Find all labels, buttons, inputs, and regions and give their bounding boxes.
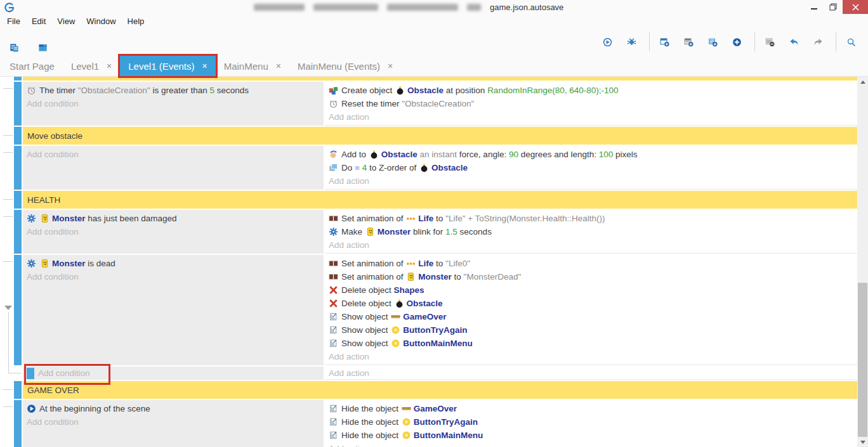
actions-column[interactable]: Add to Obstacle an instant force, angle:…: [326, 146, 857, 190]
tab-close-icon[interactable]: ×: [202, 61, 207, 71]
actions-column[interactable]: Hide the object GameOverHide the object …: [326, 400, 857, 447]
tree-line: [3, 135, 13, 136]
scrollbar-thumb[interactable]: [858, 283, 867, 437]
add-condition-placeholder[interactable]: Add condition: [27, 148, 324, 161]
conditions-column[interactable]: At the beginning of the sceneAdd conditi…: [23, 400, 324, 447]
actions-column[interactable]: Set animation of Life to "Life0"Set anim…: [326, 255, 857, 365]
action-line[interactable]: Show object ButtonTryAgain: [329, 323, 857, 337]
add-action-placeholder[interactable]: Add action: [329, 442, 857, 447]
actions-column[interactable]: Add action: [326, 366, 857, 380]
conditions-column[interactable]: Add condition: [23, 146, 324, 190]
add-action-placeholder[interactable]: Add action: [329, 238, 857, 252]
condition-line[interactable]: The timer "ObstacleCreation" is greater …: [27, 84, 324, 97]
comment-body[interactable]: GAME OVER: [23, 381, 857, 399]
tab-mainmenu-events[interactable]: MainMenu (Events)×: [289, 56, 401, 76]
debug-button[interactable]: [623, 32, 643, 52]
actions-column[interactable]: Set animation of Life to "Life" + ToStri…: [326, 210, 857, 254]
tab-mainmenu[interactable]: MainMenu×: [216, 56, 289, 76]
action-text: "ObstacleCreation": [402, 99, 474, 108]
window-title-text: game.json.autosave: [490, 3, 563, 12]
tab-level1[interactable]: Level1×: [63, 56, 120, 76]
add-subevent-button[interactable]: [680, 32, 700, 52]
tab-level1-events[interactable]: Level1 (Events)×: [120, 56, 215, 76]
tab-close-icon[interactable]: ×: [276, 61, 281, 71]
event-drag-handle[interactable]: [14, 127, 22, 145]
add-event-button[interactable]: [656, 32, 676, 52]
scroll-down-icon[interactable]: [857, 437, 868, 447]
projects-button[interactable]: [4, 31, 27, 53]
bomb-icon: [369, 150, 379, 159]
action-line[interactable]: Set animation of Life to "Life0": [329, 257, 857, 270]
tab-start-page[interactable]: Start Page: [1, 56, 63, 76]
event-drag-handle[interactable]: [14, 77, 22, 81]
add-action-placeholder[interactable]: Add action: [329, 350, 857, 363]
start-page-button[interactable]: [33, 31, 55, 53]
menu-edit[interactable]: Edit: [26, 14, 51, 28]
event-drag-handle[interactable]: [14, 400, 22, 447]
event-drag-handle[interactable]: [14, 82, 22, 126]
action-line[interactable]: Hide the object GameOver: [329, 402, 857, 415]
event-drag-handle[interactable]: [27, 368, 34, 379]
remove-event-button[interactable]: [761, 32, 781, 52]
condition-line[interactable]: At the beginning of the scene: [27, 402, 324, 415]
action-line[interactable]: Show object ButtonMainMenu: [329, 337, 857, 350]
comment-body[interactable]: [23, 77, 857, 81]
close-button[interactable]: [843, 0, 868, 14]
conditions-column[interactable]: Add condition: [23, 366, 324, 380]
menu-window[interactable]: Window: [81, 14, 121, 28]
add-action-placeholder[interactable]: Add action: [329, 174, 857, 188]
action-line[interactable]: Do = 4 to Z-order of Obstacle: [329, 161, 857, 174]
action-line[interactable]: Show object GameOver: [329, 310, 857, 323]
conditions-column[interactable]: The timer "ObstacleCreation" is greater …: [23, 82, 324, 126]
action-line[interactable]: Delete object Shapes: [329, 283, 857, 297]
event-drag-handle[interactable]: [14, 191, 22, 209]
scroll-up-icon[interactable]: [857, 77, 868, 87]
vertical-scrollbar[interactable]: [857, 77, 868, 447]
event-drag-handle[interactable]: [14, 210, 22, 254]
condition-line[interactable]: Monster has just been damaged: [27, 212, 324, 225]
redo-button[interactable]: [810, 32, 829, 52]
action-line[interactable]: Make Monster blink for 1.5 seconds: [329, 225, 857, 238]
comment-body[interactable]: Move obstacle: [23, 127, 857, 145]
action-line[interactable]: Hide the object ButtonTryAgain: [329, 415, 857, 429]
action-line[interactable]: Create object Obstacle at position Rando…: [329, 84, 857, 97]
conditions-column[interactable]: Monster has just been damagedAdd conditi…: [23, 210, 324, 254]
add-condition-placeholder[interactable]: Add condition: [38, 366, 90, 380]
menu-view[interactable]: View: [51, 14, 81, 28]
add-condition-placeholder[interactable]: Add condition: [27, 270, 324, 283]
tab-close-icon[interactable]: ×: [388, 61, 393, 71]
conditions-column[interactable]: Monster is deadAdd condition: [23, 255, 324, 365]
action-line[interactable]: Reset the timer "ObstacleCreation": [329, 97, 857, 110]
add-condition-placeholder[interactable]: Add condition: [27, 415, 324, 429]
action-line[interactable]: Delete object Obstacle: [329, 297, 857, 310]
collapse-arrow-icon[interactable]: [4, 306, 12, 310]
minimize-button[interactable]: [805, 0, 824, 14]
animation-icon: [329, 259, 338, 268]
add-new-event-button[interactable]: [728, 32, 748, 52]
add-action-placeholder[interactable]: Add action: [329, 366, 857, 380]
tab-close-icon[interactable]: ×: [107, 61, 112, 71]
action-line[interactable]: Hide the object ButtonMainMenu: [329, 429, 857, 442]
menu-file[interactable]: File: [1, 14, 26, 28]
event-drag-handle[interactable]: [14, 146, 22, 190]
add-action-placeholder[interactable]: Add action: [329, 110, 857, 124]
action-line[interactable]: Add to Obstacle an instant force, angle:…: [329, 148, 857, 161]
action-text: Set animation of: [341, 214, 405, 223]
add-condition-placeholder[interactable]: Add condition: [27, 225, 324, 238]
action-line[interactable]: Set animation of Life to "Life" + ToStri…: [329, 212, 857, 225]
button-icon: [391, 339, 400, 348]
event-drag-handle[interactable]: [14, 381, 22, 399]
event-drag-handle[interactable]: [14, 255, 22, 365]
menu-help[interactable]: Help: [122, 14, 150, 28]
undo-button[interactable]: [786, 32, 805, 52]
monster-icon: [40, 214, 49, 223]
actions-column[interactable]: Create object Obstacle at position Rando…: [326, 82, 857, 126]
action-line[interactable]: Set animation of Monster to "MonsterDead…: [329, 270, 857, 283]
play-button[interactable]: [599, 32, 619, 52]
search-button[interactable]: [843, 32, 862, 52]
add-comment-button[interactable]: [704, 32, 724, 52]
comment-body[interactable]: HEALTH: [23, 191, 857, 209]
restore-button[interactable]: [824, 0, 843, 14]
condition-line[interactable]: Monster is dead: [27, 257, 324, 270]
add-condition-placeholder[interactable]: Add condition: [27, 97, 324, 110]
